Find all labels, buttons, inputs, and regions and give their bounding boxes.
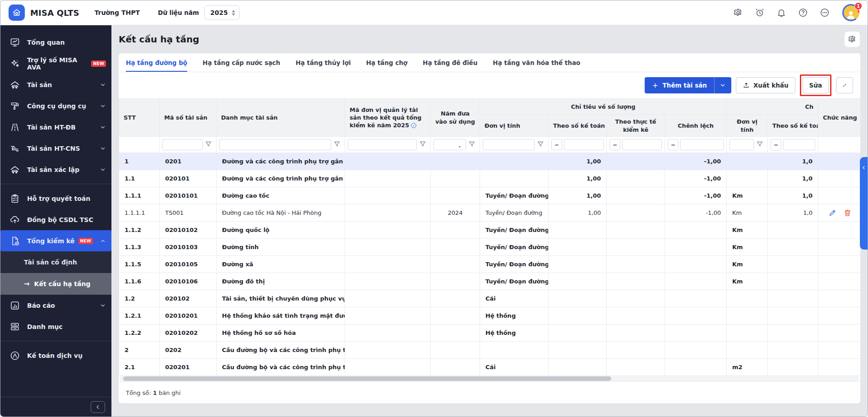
- tab-6[interactable]: Hạ tầng văn hóa thể thao: [493, 53, 580, 72]
- table-row[interactable]: 2.1020201Cầu đường bộ và các công trình …: [119, 359, 861, 376]
- cell: 02010106: [160, 273, 217, 290]
- edit-button[interactable]: Sửa: [803, 77, 829, 93]
- horizontal-scrollbar[interactable]: [120, 376, 859, 381]
- sidebar-item[interactable]: Danh mục: [0, 316, 111, 337]
- export-button[interactable]: Xuất khẩu: [736, 77, 795, 93]
- cell: [768, 342, 818, 359]
- filter-input[interactable]: [729, 139, 754, 150]
- actions-cell: [818, 324, 860, 342]
- data-year-select[interactable]: 2025: [204, 5, 240, 20]
- cell: Tuyến/ Đoạn đường: [480, 222, 549, 239]
- table-row[interactable]: 1.2020102Tài sản, thiết bị chuyên dùng p…: [119, 290, 861, 307]
- tab-1[interactable]: Hạ tầng đường bộ: [126, 53, 187, 72]
- table-row[interactable]: 1.1.102010101Đường cao tốcTuyến/ Đoạn đư…: [119, 187, 861, 204]
- filter-equals-operator[interactable]: =: [771, 139, 781, 150]
- tab-5[interactable]: Hạ tầng đê điều: [423, 53, 477, 72]
- total-value: 1: [153, 389, 157, 396]
- filter-input[interactable]: [162, 139, 203, 150]
- sidebar-item[interactable]: Tài sản xác lập: [0, 159, 111, 180]
- reminder-clock-icon[interactable]: [755, 8, 765, 18]
- add-asset-dropdown-button[interactable]: [714, 77, 731, 93]
- notifications-bell-icon[interactable]: [776, 8, 786, 18]
- cell: [727, 342, 768, 359]
- year-spinner-icon[interactable]: [231, 10, 235, 16]
- edit-row-icon[interactable]: [828, 208, 837, 217]
- sidebar-subitem[interactable]: →Kết cấu hạ tầng: [0, 273, 111, 295]
- sidebar-item[interactable]: Tài sản: [0, 74, 111, 95]
- cell: [549, 342, 607, 359]
- funnel-icon[interactable]: [536, 140, 545, 149]
- plus-icon: [652, 82, 659, 89]
- cell: 1.1: [119, 170, 160, 187]
- cell: -1,00: [665, 187, 727, 204]
- scrollbar-thumb[interactable]: [123, 376, 611, 381]
- delete-row-icon[interactable]: [843, 208, 852, 217]
- sidebar-item[interactable]: Trợ lý số MISA AVANEW: [0, 53, 111, 74]
- funnel-icon[interactable]: [204, 140, 213, 149]
- table-row[interactable]: 1.1.602010106Đường đô thịTuyến/ Đoạn đườ…: [119, 273, 861, 290]
- sidebar-item[interactable]: Công cụ dụng cụ: [0, 95, 111, 116]
- tab-2[interactable]: Hạ tầng cấp nước sạch: [203, 53, 280, 72]
- app-logo-icon[interactable]: [9, 5, 25, 21]
- sidebar-item[interactable]: Hỗ trợ quyết toán: [0, 188, 111, 209]
- user-avatar[interactable]: 1: [842, 4, 859, 21]
- table-row[interactable]: 1.1.302010103Đường tỉnhTuyến/ Đoạn đường…: [119, 239, 861, 256]
- filter-year-select[interactable]: [434, 139, 466, 150]
- sidebar-item[interactable]: Tổng quan: [0, 32, 111, 53]
- table-row[interactable]: 20202Cầu đường bộ và các công trình phụ …: [119, 342, 861, 359]
- table-row[interactable]: 1.2.102010201Hệ thống khảo sát tình trạn…: [119, 307, 861, 324]
- sidebar-subitem[interactable]: Tài sản cố định: [0, 251, 111, 273]
- sidebar-item[interactable]: Tổng kiểm kêNEW: [0, 230, 111, 251]
- sidebar-collapse-button[interactable]: [91, 401, 105, 413]
- cloud-sync-icon: [9, 214, 20, 225]
- dashboard-icon: [9, 37, 20, 48]
- funnel-icon[interactable]: [333, 140, 342, 149]
- sidebar-item[interactable]: Đồng bộ CSDL TSC: [0, 209, 111, 230]
- filter-input[interactable]: [219, 139, 331, 150]
- tab-3[interactable]: Hạ tầng thủy lợi: [295, 53, 351, 72]
- sidebar-item[interactable]: Tài sản HT-ĐB: [0, 116, 111, 138]
- table-row[interactable]: 1.1.502010105Đường xãTuyến/ Đoạn đườngKm: [119, 256, 861, 273]
- col-header-per-inventory-qty: Theo thực tế kiểm kê: [607, 115, 665, 137]
- add-asset-button[interactable]: Thêm tài sản: [645, 77, 714, 93]
- table-row[interactable]: 1.1.1.1TS001Đường cao tốc Hà Nội - Hải P…: [119, 204, 861, 222]
- cell: [768, 273, 818, 290]
- chevron-down-icon: [100, 124, 106, 130]
- tab-bar: Hạ tầng đường bộHạ tầng cấp nước sạchHạ …: [119, 53, 860, 72]
- tab-4[interactable]: Hạ tầng chợ: [366, 53, 408, 72]
- filter-equals-operator[interactable]: =: [668, 139, 679, 150]
- cell: 2: [119, 342, 160, 359]
- filter-number-input[interactable]: [622, 139, 662, 150]
- sidebar-item[interactable]: Tài sản HT-CNS: [0, 138, 111, 159]
- cell: [431, 342, 480, 359]
- page-settings-button[interactable]: [844, 31, 860, 47]
- info-icon[interactable]: [411, 122, 417, 129]
- sidebar-item[interactable]: Báo cáo: [0, 295, 111, 316]
- filter-equals-operator[interactable]: =: [609, 139, 620, 150]
- funnel-icon[interactable]: [468, 140, 477, 149]
- right-panel-handle[interactable]: [860, 157, 868, 250]
- table-row[interactable]: 1.1020101Đường và các công trình phụ trợ…: [119, 170, 861, 187]
- cell: [345, 273, 431, 290]
- filter-number-input[interactable]: [680, 139, 724, 150]
- active-arrow-icon: →: [24, 280, 30, 288]
- cell: Tuyến/ Đoạn đường: [480, 239, 549, 256]
- table-row[interactable]: 1.2.202010202Hệ thống hồ sơ số hóaHệ thố…: [119, 324, 861, 342]
- filter-number-input[interactable]: [783, 139, 815, 150]
- funnel-icon[interactable]: [419, 140, 428, 149]
- cell: [665, 324, 727, 342]
- table-row[interactable]: 10201Đường và các công trình phụ trợ gắn…: [119, 153, 861, 170]
- cell: 02010103: [160, 239, 217, 256]
- fullscreen-expand-button[interactable]: [836, 77, 853, 93]
- filter-input[interactable]: [483, 139, 535, 150]
- filter-equals-operator[interactable]: =: [551, 139, 562, 150]
- cell: Hệ thống: [480, 307, 549, 324]
- filter-number-input[interactable]: [564, 139, 604, 150]
- help-icon[interactable]: [798, 8, 808, 18]
- filter-input[interactable]: [348, 139, 417, 150]
- sidebar-item[interactable]: Kế toán dịch vụ: [0, 345, 111, 366]
- table-row[interactable]: 1.1.202010102Đường quốc lộTuyến/ Đoạn đư…: [119, 222, 861, 239]
- funnel-icon[interactable]: [756, 140, 765, 149]
- more-options-icon[interactable]: [820, 8, 830, 18]
- settings-gear-icon[interactable]: [733, 8, 743, 18]
